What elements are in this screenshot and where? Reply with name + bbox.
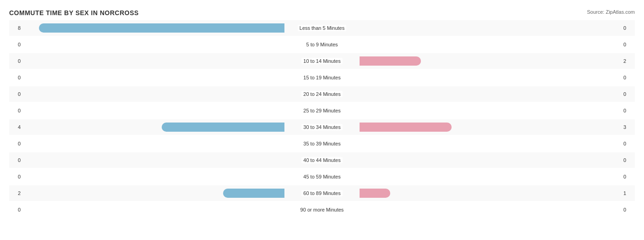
male-bar-container (23, 23, 285, 33)
male-bar-container (23, 155, 285, 165)
table-row: 0 15 to 19 Minutes 0 (9, 70, 635, 85)
bars-area: Less than 5 Minutes (23, 20, 621, 36)
row-label: 60 to 89 Minutes (285, 190, 359, 196)
bars-area: 5 to 9 Minutes (23, 37, 621, 52)
left-value: 0 (9, 141, 23, 146)
right-value: 1 (621, 190, 635, 196)
source-text: Source: ZipAtlas.com (587, 9, 635, 15)
female-bar-container (359, 106, 621, 116)
row-label: 15 to 19 Minutes (285, 75, 359, 80)
male-bar-container (23, 89, 285, 99)
table-row: 2 60 to 89 Minutes 1 (9, 185, 635, 201)
right-value: 0 (621, 42, 635, 47)
female-bar-container (359, 155, 621, 165)
row-label: 45 to 59 Minutes (285, 174, 359, 179)
left-value: 0 (9, 91, 23, 97)
table-row: 0 45 to 59 Minutes 0 (9, 169, 635, 184)
female-bar-container (359, 188, 621, 198)
left-value: 8 (9, 25, 23, 31)
left-value: 0 (9, 75, 23, 80)
right-value: 0 (621, 157, 635, 163)
bars-area: 45 to 59 Minutes (23, 169, 621, 184)
row-label: 25 to 29 Minutes (285, 108, 359, 113)
bars-area: 40 to 44 Minutes (23, 152, 621, 168)
male-bar-container (23, 172, 285, 182)
male-bar (162, 123, 284, 132)
right-value: 0 (621, 91, 635, 97)
male-bar-container (23, 205, 285, 215)
table-row: 0 40 to 44 Minutes 0 (9, 152, 635, 168)
female-bar-container (359, 39, 621, 50)
female-bar-container (359, 205, 621, 215)
row-label: 10 to 14 Minutes (285, 58, 359, 64)
female-bar-container (359, 23, 621, 33)
right-value: 0 (621, 75, 635, 80)
male-bar (223, 189, 284, 198)
table-row: 0 20 to 24 Minutes 0 (9, 86, 635, 102)
bars-area: 10 to 14 Minutes (23, 53, 621, 69)
left-value: 0 (9, 42, 23, 47)
male-bar-container (23, 122, 285, 132)
male-bar-container (23, 73, 285, 83)
left-value: 0 (9, 157, 23, 163)
chart-container: COMMUTE TIME BY SEX IN NORCROSS Source: … (0, 0, 644, 240)
bars-area: 15 to 19 Minutes (23, 70, 621, 85)
table-row: 4 30 to 34 Minutes 3 (9, 119, 635, 135)
table-row: 8 Less than 5 Minutes 0 (9, 20, 635, 36)
row-label: 30 to 34 Minutes (285, 124, 359, 130)
male-bar-container (23, 139, 285, 149)
bars-area: 25 to 29 Minutes (23, 103, 621, 118)
female-bar-container (359, 139, 621, 149)
bars-area: 30 to 34 Minutes (23, 119, 621, 135)
row-label: 5 to 9 Minutes (285, 42, 359, 47)
bars-area: 20 to 24 Minutes (23, 86, 621, 102)
female-bar (360, 123, 452, 132)
female-bar (360, 56, 421, 66)
male-bar (39, 23, 284, 33)
row-label: 35 to 39 Minutes (285, 141, 359, 146)
table-row: 0 35 to 39 Minutes 0 (9, 136, 635, 151)
male-bar-container (23, 188, 285, 198)
left-value: 0 (9, 108, 23, 113)
left-value: 0 (9, 207, 23, 212)
row-label: 90 or more Minutes (285, 207, 359, 212)
male-bar-container (23, 106, 285, 116)
row-label: Less than 5 Minutes (285, 25, 359, 31)
male-bar-container (23, 56, 285, 66)
right-value: 0 (621, 25, 635, 31)
table-row: 0 25 to 29 Minutes 0 (9, 103, 635, 118)
right-value: 2 (621, 58, 635, 64)
chart-area: 8 Less than 5 Minutes 0 0 5 to 9 Minutes (9, 20, 635, 201)
left-value: 4 (9, 124, 23, 130)
bars-area: 90 or more Minutes (23, 202, 621, 218)
right-value: 0 (621, 207, 635, 212)
left-value: 0 (9, 58, 23, 64)
female-bar-container (359, 56, 621, 66)
right-value: 3 (621, 124, 635, 130)
table-row: 0 90 or more Minutes 0 (9, 202, 635, 218)
female-bar-container (359, 89, 621, 99)
bars-area: 35 to 39 Minutes (23, 136, 621, 151)
row-label: 20 to 24 Minutes (285, 91, 359, 97)
table-row: 0 10 to 14 Minutes 2 (9, 53, 635, 69)
female-bar-container (359, 122, 621, 132)
right-value: 0 (621, 108, 635, 113)
table-row: 0 5 to 9 Minutes 0 (9, 37, 635, 52)
left-value: 0 (9, 174, 23, 179)
right-value: 0 (621, 141, 635, 146)
right-value: 0 (621, 174, 635, 179)
female-bar-container (359, 73, 621, 83)
female-bar-container (359, 172, 621, 182)
row-label: 40 to 44 Minutes (285, 157, 359, 163)
male-bar-container (23, 39, 285, 50)
bars-area: 60 to 89 Minutes (23, 185, 621, 201)
female-bar (360, 189, 390, 198)
left-value: 2 (9, 190, 23, 196)
chart-title: COMMUTE TIME BY SEX IN NORCROSS (9, 9, 635, 17)
